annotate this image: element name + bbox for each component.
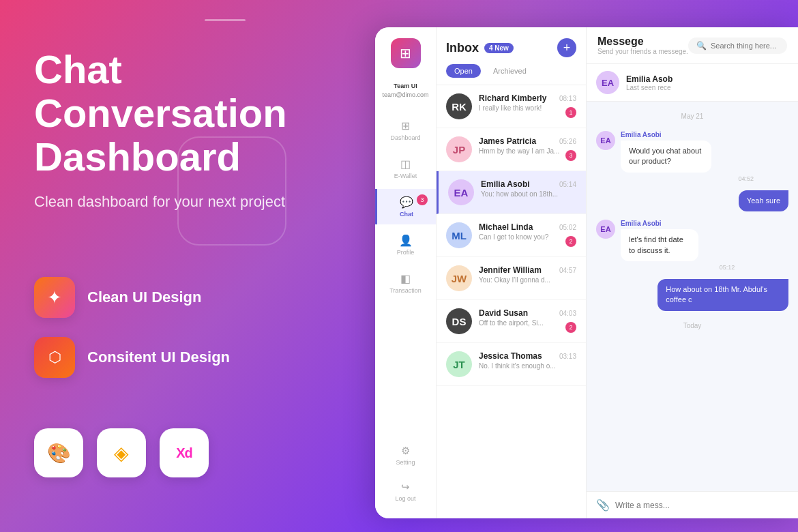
chat-header-subtitle: Send your friends a messege. [597, 48, 688, 55]
sidebar-label-logout: Log out [395, 495, 415, 502]
conversation-emilia[interactable]: EA Emilia Asobi You: how about on 18th..… [437, 171, 586, 214]
sidebar-item-logout[interactable]: ↪ Log out [389, 475, 421, 507]
sidebar-label-transaction: Transaction [389, 287, 422, 294]
conv-time-james: 05:26 [559, 138, 576, 145]
sidebar-item-chat[interactable]: 💬 Chat 3 [375, 189, 436, 224]
msg-avatar-emilia-1: EA [596, 131, 615, 150]
avatar-james: JP [446, 136, 472, 162]
conv-time-michael: 05:02 [559, 224, 576, 231]
msg-bubble-2: Yeah sure [739, 190, 788, 211]
consistent-ui-icon: ⬡ [34, 337, 75, 378]
msg-time-3: 05:12 [621, 264, 735, 271]
msg-bubble-3: let's find tht date to discuss it. [621, 229, 698, 261]
sidebar-label-dashboard: Dashboard [390, 134, 420, 141]
feature-item-1: ✦ Clean UI Design [34, 277, 348, 318]
conv-preview-emilia: You: how about on 18th... [481, 190, 576, 198]
title-block: Chat Conversation Dashboard Clean dashbo… [34, 48, 348, 240]
conv-preview-michael: Can I get to know you? [479, 233, 576, 241]
date-divider-may21: May 21 [596, 113, 788, 120]
conv-preview-jennifer: You: Okay I'll gonna d... [479, 276, 576, 284]
conv-preview-jessica: No. I think it's enough o... [479, 362, 576, 370]
message-row-1: EA Emilia Asobi Would you chat about our… [596, 131, 788, 182]
conv-preview-james: Hmm by the way I am Ja... [479, 147, 576, 155]
conv-time-emilia: 05:14 [559, 181, 576, 188]
sidebar-nav: ⊞ Dashboard ◫ E-Wallet 💬 Chat 3 👤 Profil… [375, 113, 436, 439]
feature-list: ✦ Clean UI Design ⬡ Consitent UI Design [34, 277, 348, 378]
conv-time-jennifer: 04:57 [559, 267, 576, 274]
sidebar-label-profile: Profile [397, 249, 415, 256]
chat-header: Messege Send your friends a messege. 🔍 [587, 27, 798, 64]
chat-header-title: Messege [597, 35, 688, 48]
sketch-icon: ◈ [97, 428, 146, 477]
feature-label-2: Consitent UI Design [87, 349, 230, 366]
chat-messages: May 21 EA Emilia Asobi Would you chat ab… [587, 102, 798, 491]
avatar-michael: ML [446, 222, 472, 248]
sidebar-label-ewallet: E-Wallet [394, 173, 417, 179]
chat-badge: 3 [417, 194, 428, 205]
chat-input-bar: 📎 [587, 491, 798, 518]
msg-avatar-emilia-2: EA [596, 220, 615, 239]
conversation-jennifer[interactable]: JW Jennifer William You: Okay I'll gonna… [437, 257, 586, 300]
xd-icon: Xd [160, 428, 209, 477]
chat-header-info: Messege Send your friends a messege. [597, 35, 688, 55]
team-name: Team UI [382, 82, 428, 91]
chat-contact-name: Emilia Asob [626, 74, 673, 84]
message-row-4: How about on 18th Mr. Abdul's coffee c [596, 279, 788, 311]
inbox-tabs: Open Archieved [446, 64, 576, 78]
inbox-list: RK Richard Kimberly I really like this w… [437, 85, 586, 518]
msg-sender-1: Emilia Asobi [621, 131, 754, 138]
sidebar-item-dashboard[interactable]: ⊞ Dashboard [375, 113, 436, 148]
clean-ui-icon: ✦ [34, 277, 75, 318]
sidebar-item-ewallet[interactable]: ◫ E-Wallet [375, 151, 436, 186]
inbox-header: Inbox 4 New + Open Archieved [437, 27, 586, 85]
subtitle: Clean dashboard for your next project [34, 192, 348, 213]
inbox-title: Inbox [446, 41, 479, 55]
main-title: Chat Conversation Dashboard [34, 48, 348, 178]
msg-content-3: Emilia Asobi let's find tht date to disc… [621, 220, 735, 271]
conversation-david[interactable]: DS David Susan Off to the airport, Si...… [437, 300, 586, 343]
profile-icon: 👤 [399, 234, 413, 247]
conv-badge-michael: 2 [565, 236, 576, 247]
conversation-richard[interactable]: RK Richard Kimberly I really like this w… [437, 85, 586, 128]
avatar-david: DS [446, 308, 472, 334]
chat-input[interactable] [615, 501, 788, 510]
transaction-icon: ◧ [400, 272, 411, 285]
message-row-2: Yeah sure [596, 190, 788, 211]
date-divider-today: Today [596, 322, 788, 329]
tab-archieved[interactable]: Archieved [485, 64, 535, 78]
conv-badge-richard: 1 [565, 107, 576, 118]
conv-time-david: 04:03 [559, 310, 576, 317]
conv-badge-james: 3 [565, 150, 576, 161]
chat-contact-avatar: EA [596, 71, 619, 94]
sidebar-bottom: ⚙ Setting ↪ Log out [389, 439, 421, 507]
conv-preview-richard: I really like this work! [479, 104, 576, 112]
chat-search-bar[interactable]: 🔍 [688, 38, 787, 54]
attach-icon[interactable]: 📎 [596, 499, 610, 512]
sidebar-item-transaction[interactable]: ◧ Transaction [375, 265, 436, 301]
sidebar-item-profile[interactable]: 👤 Profile [375, 227, 436, 263]
sidebar-label-chat: Chat [400, 211, 413, 218]
logout-icon: ↪ [401, 481, 410, 493]
tab-open[interactable]: Open [446, 64, 481, 78]
dashboard-icon: ⊞ [401, 119, 410, 132]
chat-icon: 💬 [400, 196, 413, 209]
conversation-michael[interactable]: ML Michael Linda Can I get to know you? … [437, 214, 586, 257]
logo-icon: ⊞ [400, 45, 411, 61]
avatar-emilia: EA [448, 179, 474, 205]
conv-preview-david: Off to the airport, Si... [479, 319, 576, 327]
sidebar-item-setting[interactable]: ⚙ Setting [390, 439, 420, 471]
msg-time-1: 04:52 [621, 175, 754, 182]
msg-bubble-4: How about on 18th Mr. Abdul's coffee c [657, 279, 788, 311]
msg-content-1: Emilia Asobi Would you chat about our pr… [621, 131, 754, 182]
inbox-panel: Inbox 4 New + Open Archieved RK Richard … [437, 27, 587, 518]
search-input[interactable] [711, 42, 779, 50]
chat-contact-status: Last seen rece [626, 84, 673, 91]
sidebar-logo: ⊞ [391, 38, 421, 68]
feature-label-1: Clean UI Design [87, 289, 201, 306]
avatar-jessica: JT [446, 351, 472, 377]
sidebar: ⊞ Team UI team@dimo.com ⊞ Dashboard ◫ E-… [375, 27, 437, 518]
inbox-add-button[interactable]: + [557, 38, 576, 57]
team-email: team@dimo.com [382, 91, 428, 100]
conversation-james[interactable]: JP James Patricia Hmm by the way I am Ja… [437, 128, 586, 171]
conversation-jessica[interactable]: JT Jessica Thomas No. I think it's enoug… [437, 343, 586, 386]
